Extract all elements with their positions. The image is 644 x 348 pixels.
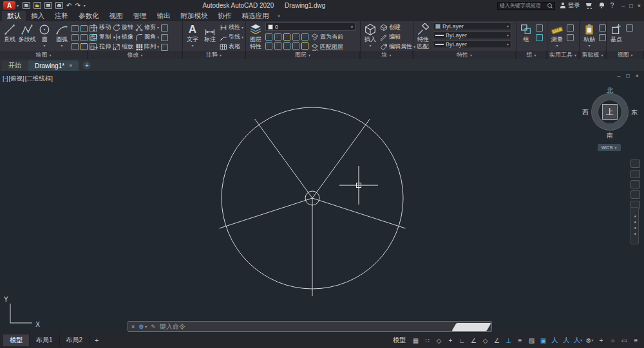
clean-screen-icon[interactable] <box>620 336 629 345</box>
command-line-customize-icon[interactable] <box>138 324 147 330</box>
open-file-icon[interactable] <box>33 2 41 9</box>
undo-icon[interactable] <box>66 3 71 9</box>
minimize-button[interactable] <box>621 3 625 9</box>
paste-tool[interactable]: 粘贴 <box>582 23 597 48</box>
tab-insert[interactable]: 插入 <box>26 11 50 21</box>
object-snap-tracking-icon[interactable] <box>492 336 502 345</box>
group-tool[interactable]: 组 <box>518 23 534 44</box>
viewport-view-control[interactable]: [俯视] <box>8 75 24 83</box>
wcs-menu[interactable]: WCS <box>598 144 621 151</box>
lineweight-dropdown[interactable]: ByLayer <box>433 32 511 39</box>
command-input[interactable] <box>160 323 488 330</box>
edit-attributes-tool[interactable]: 编辑属性 <box>380 42 415 51</box>
measure-flyout-icon[interactable] <box>556 44 558 48</box>
explode-icon[interactable] <box>161 34 168 41</box>
copy-clip-icon[interactable] <box>599 34 606 41</box>
fillet-flyout-icon[interactable] <box>157 35 159 39</box>
notifications-icon[interactable] <box>598 3 605 9</box>
grid-icon[interactable] <box>411 336 421 345</box>
linear-flyout-icon[interactable] <box>242 26 243 30</box>
search-icon[interactable] <box>547 3 553 8</box>
close-button[interactable] <box>638 3 641 9</box>
ucs-icon[interactable]: Y X <box>4 297 40 328</box>
group-edit-icon[interactable] <box>536 34 543 41</box>
insert-flyout-icon[interactable] <box>369 44 371 48</box>
quick-select-icon[interactable] <box>567 24 574 32</box>
measure-tool[interactable]: 测量 <box>549 23 565 48</box>
full-navigation-wheel-icon[interactable] <box>630 160 640 168</box>
make-current-tool[interactable]: 置为当前 <box>311 32 343 42</box>
save-icon[interactable] <box>44 2 52 9</box>
text-flyout-icon[interactable] <box>191 44 193 48</box>
panel-block-label[interactable]: 块 <box>361 51 413 59</box>
layer-previous-icon[interactable] <box>292 42 299 50</box>
arc-tool[interactable]: 圆弧 <box>54 23 70 48</box>
pan-icon[interactable] <box>630 170 640 178</box>
create-block-tool[interactable]: 创建 <box>380 23 415 32</box>
layer-merge-icon[interactable] <box>301 42 308 50</box>
fillet-tool[interactable]: 圆角 <box>135 32 159 42</box>
layer-dropdown[interactable]: 0 <box>265 23 355 31</box>
zoom-extents-icon[interactable] <box>630 180 640 188</box>
polar-tracking-icon[interactable] <box>469 336 478 345</box>
annotation-visibility-icon[interactable] <box>550 336 560 345</box>
circle-flyout-icon[interactable] <box>43 44 45 48</box>
viewport-close-icon[interactable] <box>636 73 639 79</box>
drawing-area[interactable]: [-] [俯视] [二维线框] 上 北 南 西 东 WCS <box>0 71 644 333</box>
command-line[interactable] <box>128 321 492 332</box>
layer-isolate-icon[interactable] <box>292 33 299 41</box>
erase-icon[interactable] <box>161 24 168 32</box>
match-properties-tool[interactable]: 特性 匹配 <box>415 23 431 51</box>
panel-properties-label[interactable]: 特性 <box>413 51 516 59</box>
calculator-icon[interactable] <box>567 34 574 41</box>
drawing1-tab-close-icon[interactable] <box>69 62 72 69</box>
tab-addins[interactable]: 附加模块 <box>176 11 213 21</box>
snap-icon[interactable] <box>422 336 432 345</box>
tab-collaborate[interactable]: 协作 <box>213 11 237 21</box>
panel-annotation-label[interactable]: 注释 <box>183 51 245 59</box>
ungroup-icon[interactable] <box>536 24 543 32</box>
panel-draw-label[interactable]: 绘图 <box>0 51 88 59</box>
leader-tool[interactable]: 引线 <box>220 32 243 42</box>
tab-view[interactable]: 视图 <box>104 11 128 21</box>
trim-tool[interactable]: 修剪 <box>135 23 159 32</box>
tab-manage[interactable]: 管理 <box>128 11 152 21</box>
panel-groups-label[interactable]: 组 <box>516 51 547 59</box>
layer-unisolate-icon[interactable] <box>301 33 308 41</box>
donut-icon[interactable] <box>80 43 88 50</box>
viewcube-north-label[interactable]: 北 <box>581 86 639 95</box>
plot-icon[interactable] <box>55 2 63 9</box>
selection-cycling-icon[interactable] <box>538 336 548 345</box>
mirror-tool[interactable]: 镜像 <box>113 32 133 42</box>
move-tool[interactable]: 移动 <box>90 23 111 32</box>
tab-annotate[interactable]: 注释 <box>50 11 73 21</box>
new-file-icon[interactable] <box>23 2 30 9</box>
panel-layers-label[interactable]: 图层 <box>246 51 360 59</box>
object-snap-icon[interactable] <box>504 336 513 345</box>
panel-modify-label[interactable]: 修改 <box>88 51 182 59</box>
annotation-monitor-icon[interactable] <box>596 336 606 345</box>
viewport-tool-icon[interactable] <box>626 24 633 32</box>
layer-freeze-icon[interactable] <box>274 33 281 41</box>
copy-tool[interactable]: 复制 <box>90 32 111 42</box>
paste-flyout-icon[interactable] <box>588 44 590 48</box>
help-search-field[interactable] <box>497 2 555 10</box>
restore-button[interactable] <box>629 3 632 9</box>
panel-clipboard-label[interactable]: 剪贴板 <box>580 51 606 59</box>
object-color-dropdown[interactable]: ByLayer <box>433 23 511 30</box>
array-tool[interactable]: 阵列 <box>135 42 159 51</box>
annotation-autoscale-icon[interactable] <box>562 336 571 345</box>
dynamic-input-icon[interactable] <box>446 336 455 345</box>
insert-block-tool[interactable]: 插入 <box>363 23 378 48</box>
circle-tool[interactable]: 圆 <box>37 23 52 48</box>
isodraft-icon[interactable] <box>480 336 490 345</box>
offset-icon[interactable] <box>161 44 168 51</box>
layer-on-all-icon[interactable] <box>274 42 281 50</box>
cut-icon[interactable] <box>599 24 606 32</box>
ribbon-options-icon[interactable] <box>278 14 280 18</box>
new-drawing-tab-button[interactable] <box>82 61 91 69</box>
layer-off-icon[interactable] <box>265 33 272 41</box>
viewcube[interactable]: 上 北 南 西 东 WCS <box>581 86 639 154</box>
model-tab[interactable]: 模型 <box>3 334 30 346</box>
isolate-objects-icon[interactable] <box>608 336 618 345</box>
